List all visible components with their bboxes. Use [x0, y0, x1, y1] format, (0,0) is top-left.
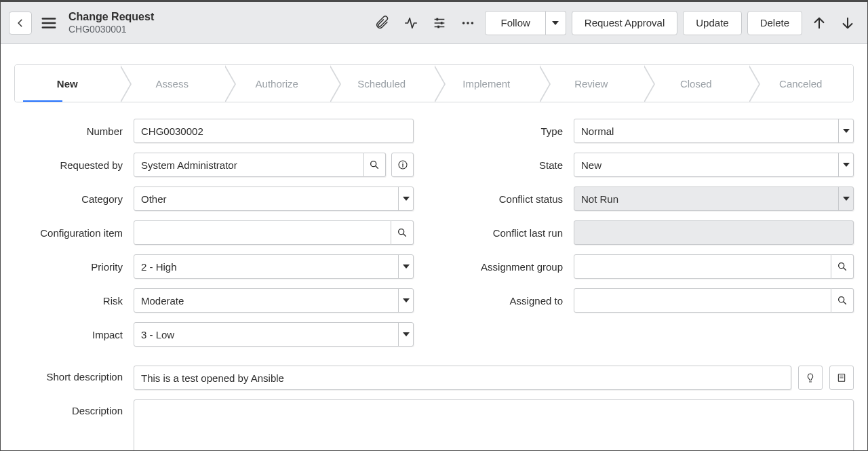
assigned-to-field[interactable]	[574, 288, 831, 313]
form-body: Number Requested by	[1, 119, 867, 451]
svg-rect-2	[438, 25, 440, 28]
state-label: State	[454, 159, 563, 171]
state-select[interactable]: New	[574, 153, 854, 177]
knowledge-button[interactable]	[829, 366, 854, 390]
delete-button[interactable]: Delete	[747, 11, 802, 35]
stage-new[interactable]: New	[15, 65, 120, 102]
sliders-icon	[432, 16, 447, 31]
requested-by-lookup-button[interactable]	[364, 153, 387, 177]
stage-label: Assess	[156, 78, 189, 90]
form-right-column: Type Normal State New Co	[454, 119, 854, 356]
conflict-status-select: Not Run	[574, 187, 854, 211]
type-value: Normal	[581, 125, 614, 137]
svg-rect-0	[437, 18, 439, 20]
follow-button[interactable]: Follow	[485, 11, 545, 35]
conflict-status-label: Conflict status	[454, 193, 563, 205]
page-header: Change Request CHG0030001 Follow Request…	[1, 2, 867, 44]
request-approval-button[interactable]: Request Approval	[572, 11, 677, 35]
stage-implement[interactable]: Implement	[434, 65, 539, 102]
search-icon	[397, 227, 408, 238]
category-value: Other	[141, 193, 167, 205]
search-icon	[837, 295, 848, 306]
configuration-item-lookup-button[interactable]	[391, 220, 414, 245]
assignment-group-label: Assignment group	[454, 261, 563, 273]
chevron-down-icon	[552, 21, 559, 25]
description-field[interactable]	[134, 399, 854, 451]
suggestion-button[interactable]	[798, 366, 823, 390]
active-stage-indicator	[23, 100, 62, 102]
follow-dropdown-button[interactable]	[546, 11, 566, 35]
assigned-to-lookup	[574, 288, 854, 313]
impact-value: 3 - Low	[141, 329, 174, 340]
info-icon	[397, 159, 408, 170]
assigned-to-lookup-button[interactable]	[831, 288, 854, 313]
next-record-button[interactable]	[836, 12, 859, 35]
svg-rect-1	[441, 22, 443, 24]
conflict-last-run-field	[574, 220, 854, 245]
stage-label: Implement	[462, 78, 510, 90]
description-label: Description	[14, 399, 123, 416]
svg-point-9	[399, 229, 404, 235]
number-field[interactable]	[134, 119, 414, 143]
number-label: Number	[14, 125, 123, 137]
arrow-up-icon	[812, 16, 827, 31]
type-select[interactable]: Normal	[574, 119, 854, 143]
requested-by-field[interactable]	[134, 153, 364, 177]
stage-label: Review	[574, 78, 608, 90]
stage-closed[interactable]: Closed	[644, 65, 749, 102]
chevron-down-icon	[838, 187, 853, 210]
lightbulb-icon	[805, 372, 816, 383]
risk-label: Risk	[14, 295, 123, 307]
category-select[interactable]: Other	[134, 187, 414, 211]
svg-point-11	[839, 297, 844, 302]
book-icon	[836, 372, 847, 383]
assignment-group-field[interactable]	[574, 254, 831, 279]
priority-label: Priority	[14, 261, 123, 273]
stage-label: Authorize	[256, 78, 298, 90]
risk-select[interactable]: Moderate	[134, 288, 414, 313]
priority-select[interactable]: 2 - High	[134, 254, 414, 279]
stage-label: Closed	[680, 78, 712, 90]
requested-by-label: Requested by	[14, 159, 123, 171]
configuration-item-field[interactable]	[134, 220, 391, 245]
attachments-button[interactable]	[371, 12, 394, 35]
chevron-down-icon	[838, 153, 853, 176]
chevron-down-icon	[838, 119, 853, 142]
risk-value: Moderate	[141, 295, 184, 307]
chevron-down-icon	[398, 289, 413, 312]
chevron-left-icon	[16, 18, 25, 28]
svg-point-5	[471, 22, 474, 24]
menu-button[interactable]	[37, 12, 60, 35]
record-number: CHG0030001	[68, 24, 154, 35]
stage-assess[interactable]: Assess	[120, 65, 225, 102]
more-horizontal-icon	[460, 16, 475, 31]
short-description-field[interactable]	[134, 366, 791, 390]
header-title-block: Change Request CHG0030001	[68, 11, 154, 34]
svg-point-4	[467, 22, 470, 24]
configuration-item-label: Configuration item	[14, 227, 123, 239]
stage-canceled[interactable]: Canceled	[749, 65, 854, 102]
stage-label: Scheduled	[357, 78, 406, 90]
impact-select[interactable]: 3 - Low	[134, 322, 414, 347]
conflict-last-run-label: Conflict last run	[454, 227, 563, 239]
stage-authorize[interactable]: Authorize	[224, 65, 330, 102]
search-icon	[837, 261, 848, 272]
chevron-down-icon	[398, 323, 413, 346]
assignment-group-lookup-button[interactable]	[831, 254, 854, 279]
update-button[interactable]: Update	[683, 11, 741, 35]
activity-button[interactable]	[399, 12, 422, 35]
back-button[interactable]	[9, 12, 32, 35]
state-value: New	[581, 159, 601, 171]
stage-scheduled[interactable]: Scheduled	[330, 65, 435, 102]
category-label: Category	[14, 193, 123, 205]
requested-by-info-button[interactable]	[391, 153, 414, 177]
search-icon	[369, 159, 380, 170]
more-options-button[interactable]	[456, 12, 479, 35]
svg-point-3	[462, 22, 465, 24]
activity-icon	[403, 16, 418, 31]
stage-review[interactable]: Review	[539, 65, 644, 102]
previous-record-button[interactable]	[808, 12, 831, 35]
personalize-form-button[interactable]	[428, 12, 451, 35]
svg-point-6	[371, 161, 376, 167]
hamburger-icon	[41, 17, 56, 29]
